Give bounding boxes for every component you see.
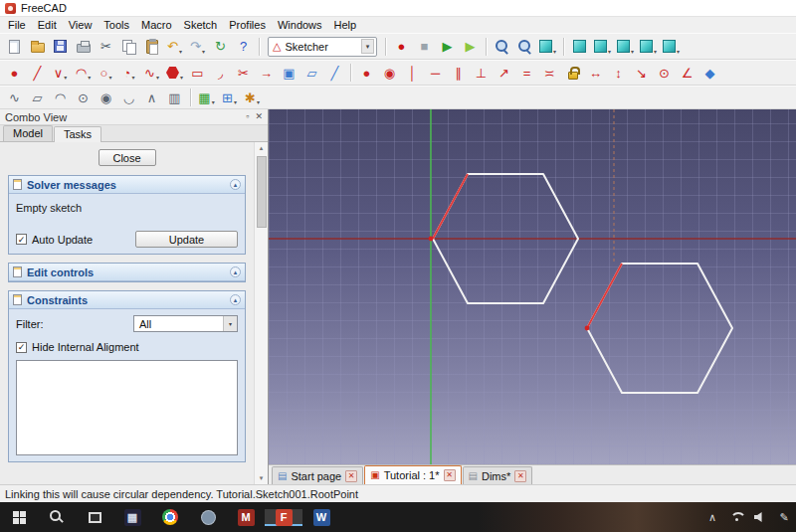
view-right-icon[interactable]: ▾ — [638, 37, 659, 57]
carbon-copy-icon[interactable]: ▱ — [301, 63, 322, 83]
edit-controls-header[interactable]: Edit controls ▴ — [9, 264, 245, 281]
tab-model[interactable]: Model — [3, 125, 53, 141]
search-button[interactable] — [38, 512, 76, 523]
constrain-symmetric-icon[interactable]: ≍ — [539, 63, 560, 83]
bspline-control-polygon-icon[interactable]: ▱ — [27, 88, 48, 107]
mail-app[interactable]: M — [227, 509, 265, 526]
start-button[interactable] — [0, 514, 38, 520]
menu-edit[interactable]: Edit — [32, 18, 63, 32]
constrain-vertical-icon[interactable]: │ — [402, 63, 423, 83]
constrain-perpendicular-icon[interactable]: ⊥ — [471, 63, 492, 83]
close-panel-icon[interactable]: ✕ — [255, 112, 263, 121]
scrollbar-thumb[interactable] — [257, 156, 267, 228]
solver-messages-header[interactable]: Solver messages ▴ — [9, 176, 245, 194]
bspline-curvature-comb-icon[interactable]: ◠ — [50, 88, 71, 107]
create-polygon-icon[interactable]: ▾ — [164, 63, 185, 83]
document-tab[interactable]: ▤Dims*✕ — [463, 466, 533, 484]
bspline-knot-multiplicity-icon[interactable]: ⊙ — [73, 88, 94, 107]
constrain-tangent-icon[interactable]: ↗ — [494, 63, 514, 83]
chrome-app[interactable] — [151, 509, 189, 525]
create-conic-icon[interactable]: ◔▾ — [118, 63, 139, 83]
sketch-canvas[interactable] — [269, 109, 796, 464]
macro-debug-icon[interactable]: ▶ — [460, 37, 481, 57]
tab-tasks[interactable]: Tasks — [54, 126, 101, 142]
save-file-icon[interactable] — [50, 37, 71, 57]
create-point-icon[interactable]: ● — [4, 63, 25, 83]
bspline-increase-degree-icon[interactable]: ∧ — [141, 88, 162, 107]
collapse-section-icon[interactable]: ▴ — [230, 179, 241, 190]
close-tab-icon[interactable]: ✕ — [514, 470, 526, 482]
collapse-section-icon[interactable]: ▴ — [230, 294, 241, 305]
constrain-horizontal-icon[interactable]: ─ — [425, 63, 446, 83]
task-view-button[interactable] — [76, 512, 113, 523]
menu-profiles[interactable]: Profiles — [223, 18, 272, 32]
create-circle-icon[interactable]: ○▾ — [96, 63, 116, 83]
macro-execute-icon[interactable]: ▶ — [437, 37, 458, 57]
cut-icon[interactable]: ✂ — [96, 37, 116, 57]
scroll-down-icon[interactable]: ▾ — [260, 472, 264, 484]
document-tab[interactable]: ▣Tutorial : 1*✕ — [364, 465, 461, 484]
pinned-app-1[interactable]: ▦ — [113, 509, 151, 526]
scroll-up-icon[interactable]: ▴ — [260, 142, 264, 154]
constrain-angle-icon[interactable]: ∠ — [677, 63, 697, 83]
float-panel-icon[interactable]: ▫ — [246, 112, 249, 121]
collapse-section-icon[interactable]: ▴ — [230, 266, 241, 277]
pinned-app-2[interactable] — [189, 510, 227, 525]
document-tab[interactable]: ▤Start page✕ — [272, 466, 363, 484]
constrain-distance-y-icon[interactable]: ↕ — [608, 63, 629, 83]
create-bspline-icon[interactable]: ∿▾ — [141, 63, 162, 83]
view-top-icon[interactable]: ▾ — [615, 37, 636, 57]
freecad-app[interactable]: F — [265, 509, 302, 526]
bspline-pole-weight-icon[interactable]: ◉ — [96, 88, 116, 107]
word-app[interactable]: W — [302, 509, 340, 526]
volume-button[interactable] — [748, 502, 772, 532]
undo-icon[interactable]: ↶▾ — [164, 37, 185, 57]
menu-file[interactable]: File — [2, 18, 32, 32]
constrain-equal-icon[interactable]: = — [516, 63, 537, 83]
auto-update-checkbox[interactable]: ✓ — [16, 234, 27, 245]
constraints-filter-select[interactable]: All ▾ — [133, 315, 238, 332]
workbench-selector[interactable]: △ Sketcher ▾ — [268, 37, 377, 57]
open-file-icon[interactable] — [27, 37, 48, 57]
constraints-header[interactable]: Constraints ▴ — [9, 291, 245, 309]
menu-view[interactable]: View — [63, 18, 99, 32]
rendering-order-icon[interactable]: ✱▾ — [242, 88, 263, 107]
macro-record-icon[interactable]: ● — [391, 37, 412, 57]
constrain-distance-x-icon[interactable]: ↔ — [585, 63, 606, 83]
constrain-point-on-object-icon[interactable]: ◉ — [379, 63, 400, 83]
close-tab-icon[interactable]: ✕ — [444, 469, 456, 481]
toggle-driving-constraint-icon[interactable]: ◆ — [699, 63, 720, 83]
menu-help[interactable]: Help — [328, 18, 363, 32]
3d-viewport[interactable] — [269, 109, 796, 464]
menu-windows[interactable]: Windows — [272, 18, 328, 32]
switch-virtual-space-icon[interactable]: ▥ — [164, 88, 185, 107]
trim-edge-icon[interactable]: ✂ — [233, 63, 254, 83]
macro-stop-icon[interactable]: ■ — [414, 37, 435, 57]
close-tab-icon[interactable]: ✕ — [345, 470, 357, 482]
update-button[interactable]: Update — [135, 231, 238, 248]
refresh-icon[interactable]: ↻ — [210, 37, 231, 57]
view-axonometric-icon[interactable]: ▾ — [661, 37, 682, 57]
constrain-coincident-icon[interactable]: ● — [356, 63, 377, 83]
tray-chevron-button[interactable]: ∧ — [700, 502, 724, 532]
create-line-icon[interactable]: ╱ — [27, 63, 48, 83]
constrain-distance-icon[interactable]: ↘ — [631, 63, 652, 83]
toggle-construction-icon[interactable]: ╱ — [324, 63, 345, 83]
extend-edge-icon[interactable]: → — [256, 63, 277, 83]
constrain-radius-icon[interactable]: ⊙ — [654, 63, 675, 83]
create-polyline-icon[interactable]: ∨▾ — [50, 63, 71, 83]
redo-icon[interactable]: ↷▾ — [187, 37, 208, 57]
menu-sketch[interactable]: Sketch — [178, 18, 224, 32]
create-arc-icon[interactable]: ◠▾ — [73, 63, 94, 83]
constraints-list[interactable] — [16, 360, 238, 455]
zoom-fit-all-icon[interactable] — [492, 37, 512, 57]
toggle-grid-icon[interactable]: ▦▾ — [196, 88, 217, 107]
constrain-parallel-icon[interactable]: ∥ — [448, 63, 469, 83]
draw-style-icon[interactable]: ▾ — [537, 37, 558, 57]
copy-icon[interactable] — [118, 37, 139, 57]
paste-icon[interactable] — [141, 37, 162, 57]
view-front-icon[interactable]: ▾ — [592, 37, 613, 57]
zoom-selection-icon[interactable] — [514, 37, 535, 57]
pen-button[interactable]: ✎ — [772, 502, 796, 532]
menu-tools[interactable]: Tools — [98, 18, 135, 32]
